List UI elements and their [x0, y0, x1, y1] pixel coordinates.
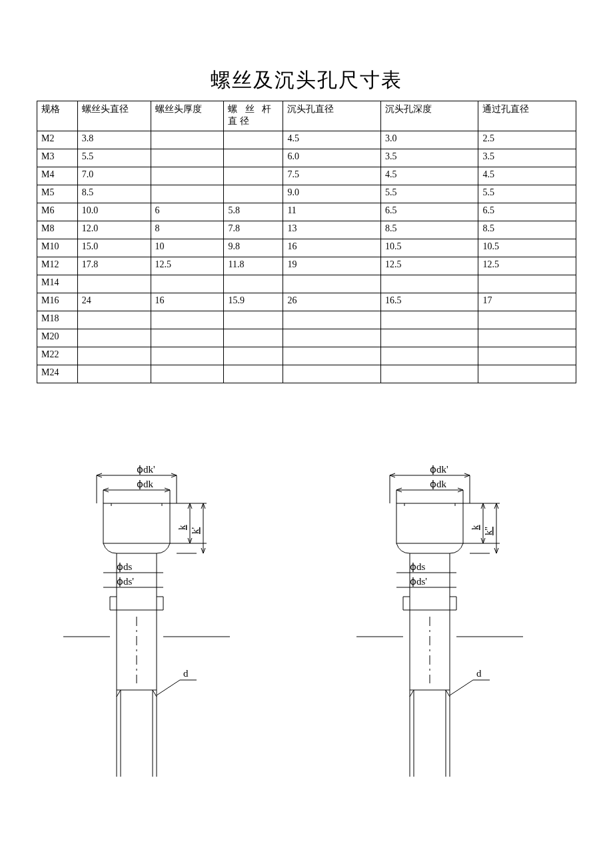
cell-cbDia: 19 [283, 257, 381, 275]
table-row: M47.07.54.54.5 [37, 167, 576, 185]
cell-cbDepth: 16.5 [380, 293, 478, 311]
label-kprime: k' [190, 527, 201, 535]
cell-headThk [151, 149, 224, 167]
cell-cbDepth: 3.0 [380, 131, 478, 149]
col-spec: 规格 [37, 101, 78, 131]
cell-cbDia [283, 365, 381, 383]
label-phidk: ϕdk [430, 479, 447, 489]
cell-thru: 2.5 [478, 131, 576, 149]
table-row: M58.59.05.55.5 [37, 185, 576, 203]
cell-headDia: 7.0 [77, 167, 151, 185]
cell-shank [224, 131, 283, 149]
cell-spec: M4 [37, 167, 78, 185]
cell-shank: 5.8 [224, 203, 283, 221]
cell-headDia: 8.5 [77, 185, 151, 203]
cell-spec: M2 [37, 131, 78, 149]
cell-headDia [77, 311, 151, 329]
cell-cbDia: 9.0 [283, 185, 381, 203]
label-d: d [476, 668, 482, 679]
cell-thru: 3.5 [478, 149, 576, 167]
cell-spec: M3 [37, 149, 78, 167]
cell-thru: 12.5 [478, 257, 576, 275]
cell-shank: 15.9 [224, 293, 283, 311]
cell-shank [224, 311, 283, 329]
diagrams-row: ϕdk' ϕdk [37, 463, 576, 783]
svg-line-97 [446, 690, 450, 697]
cell-headThk [151, 365, 224, 383]
col-cb-depth: 沉头孔深度 [380, 101, 478, 131]
cell-headThk: 10 [151, 239, 224, 257]
table-row: M610.065.8116.56.5 [37, 203, 576, 221]
cell-cbDia: 11 [283, 203, 381, 221]
cell-cbDepth: 5.5 [380, 185, 478, 203]
cell-cbDepth: 8.5 [380, 221, 478, 239]
svg-rect-65 [396, 503, 463, 543]
cell-cbDia [283, 311, 381, 329]
cell-shank [224, 167, 283, 185]
cell-cbDepth [380, 275, 478, 293]
table-row: M18 [37, 311, 576, 329]
cell-cbDia: 6.0 [283, 149, 381, 167]
cell-thru [478, 329, 576, 347]
table-row: M1217.812.511.81912.512.5 [37, 257, 576, 275]
cell-headDia: 17.8 [77, 257, 151, 275]
cell-spec: M16 [37, 293, 78, 311]
cell-spec: M6 [37, 203, 78, 221]
cell-cbDepth [380, 347, 478, 365]
table-row: M20 [37, 329, 576, 347]
cell-headDia: 5.5 [77, 149, 151, 167]
cell-headThk [151, 329, 224, 347]
label-phidsprime: ϕds' [410, 576, 427, 587]
cell-spec: M12 [37, 257, 78, 275]
cell-cbDepth: 4.5 [380, 167, 478, 185]
cell-shank [224, 347, 283, 365]
cell-cbDia [283, 275, 381, 293]
cell-cbDepth [380, 365, 478, 383]
col-head-thk: 螺丝头厚度 [151, 101, 224, 131]
cell-cbDia: 13 [283, 221, 381, 239]
cell-headDia: 24 [77, 293, 151, 311]
cell-cbDia [283, 347, 381, 365]
cell-cbDepth [380, 311, 478, 329]
cell-headThk [151, 185, 224, 203]
label-phidsprime: ϕds' [117, 576, 134, 587]
svg-line-46 [153, 690, 157, 697]
table-row: M16241615.92616.517 [37, 293, 576, 311]
cell-shank [224, 329, 283, 347]
label-kdprime: k'' [483, 527, 494, 535]
table-row: M1015.0109.81610.510.5 [37, 239, 576, 257]
svg-rect-14 [103, 503, 170, 543]
cell-spec: M18 [37, 311, 78, 329]
cell-spec: M14 [37, 275, 78, 293]
cell-headThk: 6 [151, 203, 224, 221]
cell-headThk [151, 347, 224, 365]
table-row: M35.56.03.53.5 [37, 149, 576, 167]
label-d: d [183, 668, 189, 679]
cell-headThk: 8 [151, 221, 224, 239]
svg-line-45 [117, 690, 121, 697]
col-thru-dia: 通过孔直径 [478, 101, 576, 131]
cell-thru: 17 [478, 293, 576, 311]
cell-headDia [77, 275, 151, 293]
label-phids: ϕds [117, 561, 133, 572]
cell-thru: 4.5 [478, 167, 576, 185]
cell-thru: 6.5 [478, 203, 576, 221]
cell-headThk [151, 275, 224, 293]
cell-headThk [151, 167, 224, 185]
cell-headDia [77, 329, 151, 347]
cell-cbDia: 7.5 [283, 167, 381, 185]
label-phidk: ϕdk [137, 479, 154, 489]
label-phidkprime: ϕdk' [137, 464, 155, 475]
cell-shank [224, 365, 283, 383]
screw-diagram-right: ϕdk' ϕdk [356, 463, 543, 783]
cell-headThk [151, 131, 224, 149]
cell-spec: M22 [37, 347, 78, 365]
svg-line-49 [157, 680, 180, 695]
cell-headDia [77, 365, 151, 383]
col-cb-dia: 沉头孔直径 [283, 101, 381, 131]
cell-cbDia: 4.5 [283, 131, 381, 149]
cell-cbDepth [380, 329, 478, 347]
label-k: k [177, 525, 187, 530]
cell-shank [224, 149, 283, 167]
cell-spec: M8 [37, 221, 78, 239]
